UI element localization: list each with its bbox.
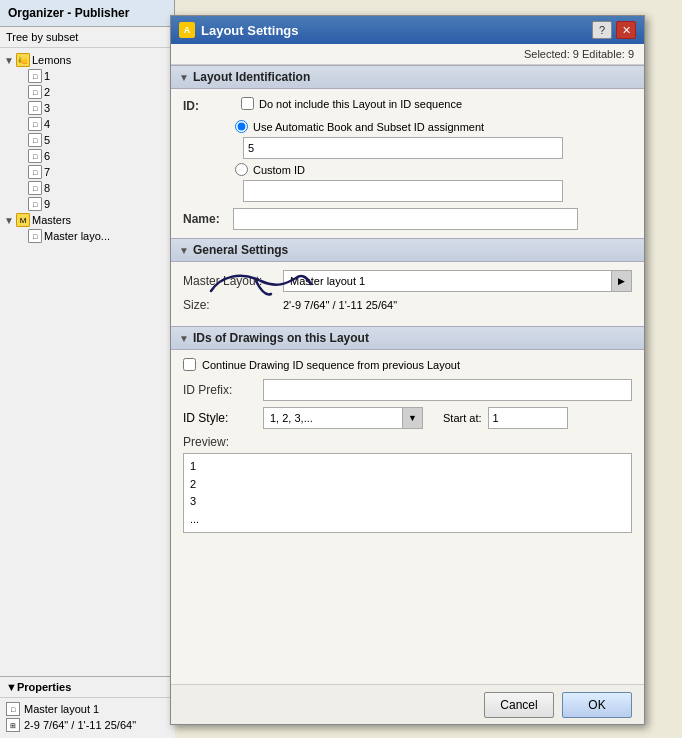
tree-node-8[interactable]: □ 8 [0,180,174,196]
tree-node-6[interactable]: □ 6 [0,148,174,164]
auto-id-row: Use Automatic Book and Subset ID assignm… [235,120,632,133]
layout-identification-content: ID: Do not include this Layout in ID seq… [171,89,644,238]
continue-sequence-label: Continue Drawing ID sequence from previo… [202,359,460,371]
dropdown-arrow-icon[interactable]: ▶ [611,271,631,291]
properties-content: □ Master layout 1 ⊞ 2-9 7/64" / 1'-11 25… [0,698,175,738]
expand-icon: ▼ [4,55,16,66]
props-page-icon: □ [6,702,20,716]
preview-line-2: 2 [190,476,625,494]
page-icon: □ [28,69,42,83]
ids-drawings-content: Continue Drawing ID sequence from previo… [171,350,644,541]
master-layout-value: Master layout 1 [284,273,611,289]
ids-drawings-label: IDs of Drawings on this Layout [193,331,369,345]
name-input[interactable] [233,208,578,230]
cancel-button[interactable]: Cancel [484,692,554,718]
id-style-label: ID Style: [183,411,263,425]
layout-settings-dialog: A Layout Settings ? ✕ Selected: 9 Editab… [170,15,645,725]
no-include-checkbox[interactable] [241,97,254,110]
tree-node-3[interactable]: □ 3 [0,100,174,116]
collapse-arrow-ids-icon: ▼ [179,333,189,344]
tree-dropdown[interactable]: Tree by subset [0,27,174,48]
preview-section: Preview: 1 2 3 ... [183,435,632,533]
no-include-label: Do not include this Layout in ID sequenc… [259,98,462,110]
props-icon-row: □ Master layout 1 [6,702,169,716]
name-field-label: Name: [183,212,233,226]
continue-sequence-checkbox[interactable] [183,358,196,371]
dialog-footer: Cancel OK [171,684,644,724]
tree-node-4[interactable]: □ 4 [0,116,174,132]
custom-id-input[interactable] [243,180,563,202]
id-style-arrow-icon[interactable]: ▼ [402,408,422,428]
props-size-row: ⊞ 2-9 7/64" / 1'-11 25/64" [6,718,169,732]
auto-id-label: Use Automatic Book and Subset ID assignm… [253,121,484,133]
size-field-label: Size: [183,298,283,312]
custom-value-row [243,180,632,202]
properties-toggle[interactable]: ▼ Properties [0,677,175,698]
page-icon: □ [28,85,42,99]
tree-node-2[interactable]: □ 2 [0,84,174,100]
properties-section: ▼ Properties □ Master layout 1 ⊞ 2-9 7/6… [0,676,175,738]
page-icon: □ [28,165,42,179]
id-style-row: ID Style: 1, 2, 3,... ▼ Start at: [183,407,632,429]
page-icon: □ [28,133,42,147]
master-layout-field-label: Master Layout: [183,274,283,288]
preview-label: Preview: [183,435,632,449]
ids-drawings-header[interactable]: ▼ IDs of Drawings on this Layout [171,326,644,350]
page-icon: □ [28,181,42,195]
auto-id-radio[interactable] [235,120,248,133]
organizer-panel: Organizer - Publisher Tree by subset ▼ 🍋… [0,0,175,738]
tree-node-masters[interactable]: ▼ M Masters [0,212,174,228]
close-button[interactable]: ✕ [616,21,636,39]
id-prefix-input[interactable] [263,379,632,401]
masters-folder-icon: M [16,213,30,227]
name-row: Name: [183,208,632,230]
custom-id-radio[interactable] [235,163,248,176]
layout-identification-header[interactable]: ▼ Layout Identification [171,65,644,89]
master-page-icon: □ [28,229,42,243]
tree-node-5[interactable]: □ 5 [0,132,174,148]
folder-icon: 🍋 [16,53,30,67]
tree-node-7[interactable]: □ 7 [0,164,174,180]
collapse-arrow-icon: ▼ [179,72,189,83]
dialog-title-left: A Layout Settings [179,22,299,38]
ok-button[interactable]: OK [562,692,632,718]
start-at-label: Start at: [443,412,482,424]
start-at-input[interactable] [488,407,568,429]
general-settings-content: Master Layout: Master layout 1 ▶ Size: 2… [171,262,644,326]
help-button[interactable]: ? [592,21,612,39]
dialog-app-icon: A [179,22,195,38]
master-layout-dropdown[interactable]: Master layout 1 ▶ [283,270,632,292]
props-name: Master layout 1 [24,703,99,715]
page-icon: □ [28,117,42,131]
tree-node-lemons[interactable]: ▼ 🍋 Lemons [0,52,174,68]
custom-id-row: Custom ID [235,163,632,176]
preview-line-1: 1 [190,458,625,476]
dialog-titlebar: A Layout Settings ? ✕ [171,16,644,44]
dialog-body: Selected: 9 Editable: 9 ▼ Layout Identif… [171,44,644,687]
dialog-title: Layout Settings [201,23,299,38]
custom-id-label: Custom ID [253,164,305,176]
collapse-arrow-gs-icon: ▼ [179,245,189,256]
id-field-label: ID: [183,99,233,113]
general-settings-header[interactable]: ▼ General Settings [171,238,644,262]
id-style-dropdown[interactable]: 1, 2, 3,... ▼ [263,407,423,429]
auto-id-input[interactable] [243,137,563,159]
id-row: ID: Do not include this Layout in ID seq… [183,97,632,114]
id-style-value: 1, 2, 3,... [264,410,402,426]
preview-line-3: 3 [190,493,625,511]
preview-box: 1 2 3 ... [183,453,632,533]
page-icon: □ [28,101,42,115]
tree-node-9[interactable]: □ 9 [0,196,174,212]
props-size: 2-9 7/64" / 1'-11 25/64" [24,719,136,731]
organizer-title: Organizer - Publisher [0,0,174,27]
size-row: Size: 2'-9 7/64" / 1'-11 25/64" [183,298,632,312]
preview-line-dots: ... [190,511,625,529]
dialog-controls: ? ✕ [592,21,636,39]
continue-sequence-row: Continue Drawing ID sequence from previo… [183,358,632,371]
id-prefix-label: ID Prefix: [183,383,263,397]
props-size-icon: ⊞ [6,718,20,732]
tree-node-1[interactable]: □ 1 [0,68,174,84]
selected-info: Selected: 9 Editable: 9 [171,44,644,65]
no-include-row: Do not include this Layout in ID sequenc… [241,97,462,110]
tree-node-master-layout[interactable]: □ Master layo... [0,228,174,244]
